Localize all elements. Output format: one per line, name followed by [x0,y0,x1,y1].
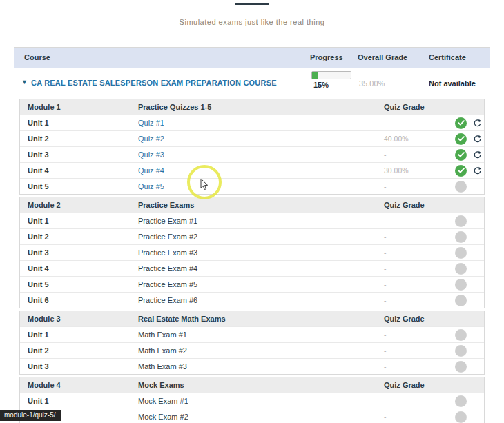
unit-row: Unit 5Practice Exam #5- [20,276,484,292]
column-header-course: Course [24,53,50,61]
status-empty-icon [455,411,467,423]
retry-arrow-icon [473,150,482,159]
unit-label: Unit 1 [20,397,138,405]
unit-row: Unit 3Quiz #3- [20,146,484,162]
module-section: Module 4Mock ExamsQuiz GradeUnit 1Mock E… [19,377,485,423]
overall-grade-value: 35.00% [359,79,385,88]
status-empty-icon [455,215,467,227]
exam-label: Practice Exam #2 [138,233,197,241]
exam-label: Practice Exam #5 [138,280,197,288]
status-empty-icon [455,329,467,341]
exam-label: Practice Exam #4 [138,264,197,273]
quiz-grade-value: 30.00% [384,166,452,175]
exam-label: Math Exam #1 [138,331,187,339]
module-header-row: Module 2Practice ExamsQuiz Grade [20,197,484,213]
quiz-grade-column-header: Quiz Grade [384,315,452,323]
module-section: Module 2Practice ExamsQuiz GradeUnit 1Pr… [19,197,485,308]
modules-container: Module 1Practice Quizzes 1-5Quiz GradeUn… [19,99,485,423]
status-empty-icon [455,279,467,291]
unit-label: Unit 2 [20,135,138,143]
unit-label: Unit 4 [20,264,138,273]
quiz-grade-value: - [384,119,452,127]
column-header-overall-grade: Overall Grade [358,53,407,61]
unit-label: Unit 5 [20,182,138,190]
status-url-tooltip: module-1/quiz-5/ [0,410,61,421]
course-table: Course Progress Overall Grade Certificat… [14,47,490,423]
unit-row: Unit 2Mock Exam #2- [20,409,484,423]
exam-label: Mock Exam #1 [138,397,188,405]
quiz-grade-column-header: Quiz Grade [384,381,452,389]
check-icon [458,120,465,126]
module-subject: Practice Quizzes 1-5 [138,103,384,111]
tagline-text: Simulated exams just like the real thing [0,18,504,26]
column-header-progress: Progress [310,53,343,61]
course-row: ▼ CA REAL ESTATE SALESPERSON EXAM PREPAR… [14,68,490,98]
quiz-grade-value: - [384,233,452,241]
module-subject: Real Estate Math Exams [138,315,384,323]
module-name: Module 4 [20,381,138,389]
module-name: Module 3 [20,315,138,323]
quiz-grade-value: 40.00% [384,135,452,143]
retry-button[interactable] [473,166,482,175]
check-icon [458,152,465,157]
unit-row: Unit 1Math Exam #1- [20,326,484,342]
exam-label: Math Exam #3 [138,362,187,371]
quiz-link[interactable]: Quiz #3 [138,150,164,159]
exam-label: Practice Exam #1 [138,217,197,225]
quiz-grade-value: - [384,150,452,159]
unit-label: Unit 3 [20,248,138,257]
quiz-link[interactable]: Quiz #5 [138,182,164,190]
progress-bar-fill [312,72,318,79]
status-empty-icon [455,231,467,243]
quiz-grade-value: - [384,280,452,288]
status-empty-icon [455,263,467,275]
quiz-link[interactable]: Quiz #4 [138,166,164,175]
course-table-header: Course Progress Overall Grade Certificat… [14,48,490,68]
module-header-row: Module 4Mock ExamsQuiz Grade [20,377,484,393]
retry-button[interactable] [473,150,482,159]
quiz-grade-value: - [384,397,452,405]
status-empty-icon [455,247,467,259]
progress-percent-label: 15% [311,81,351,89]
course-title-link[interactable]: CA REAL ESTATE SALESPERSON EXAM PREPARAT… [31,79,277,87]
unit-label: Unit 3 [20,150,138,159]
unit-row: Unit 1Quiz #1- [20,115,484,130]
module-section: Module 1Practice Quizzes 1-5Quiz GradeUn… [19,99,485,195]
check-icon [458,168,465,173]
unit-row: Unit 3Math Exam #3- [20,358,484,374]
module-header-row: Module 1Practice Quizzes 1-5Quiz Grade [20,99,484,115]
quiz-link[interactable]: Quiz #2 [138,135,164,143]
module-section: Module 3Real Estate Math ExamsQuiz Grade… [19,311,485,375]
status-complete-icon [455,149,467,161]
quiz-grade-value: - [384,217,452,225]
unit-row: Unit 1Mock Exam #1- [20,393,484,409]
module-header-row: Module 3Real Estate Math ExamsQuiz Grade [20,311,484,326]
certificate-status: Not available [429,79,476,88]
quiz-grade-value: - [384,264,452,273]
exam-label: Practice Exam #3 [138,248,197,257]
retry-arrow-icon [473,166,482,175]
quiz-grade-column-header: Quiz Grade [384,103,452,111]
column-header-certificate: Certificate [429,53,466,61]
module-name: Module 1 [20,103,138,111]
unit-row: Unit 2Quiz #240.00% [20,130,484,146]
status-complete-icon [455,117,467,129]
quiz-link[interactable]: Quiz #1 [138,119,164,127]
quiz-grade-value: - [384,362,452,371]
unit-label: Unit 4 [20,166,138,175]
progress-bar [311,71,351,79]
unit-label: Unit 6 [20,296,138,304]
quiz-grade-value: - [384,248,452,257]
module-name: Module 2 [20,201,138,209]
status-empty-icon [455,295,467,306]
quiz-grade-value: - [384,413,452,421]
unit-label: Unit 1 [20,119,138,127]
retry-button[interactable] [473,119,482,128]
collapse-caret-icon[interactable]: ▼ [21,79,28,86]
retry-button[interactable] [473,135,482,144]
unit-row: Unit 2Math Exam #2- [20,342,484,358]
status-empty-icon [455,395,467,407]
exam-label: Practice Exam #6 [138,296,197,304]
module-subject: Practice Exams [138,201,384,209]
status-empty-icon [455,361,467,373]
